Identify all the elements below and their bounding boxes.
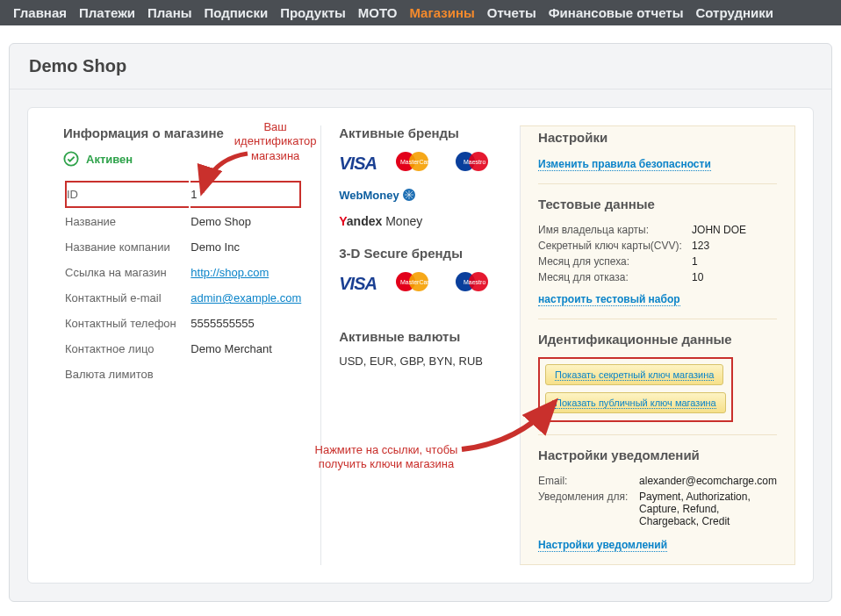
settings-heading: Настройки — [538, 130, 777, 145]
notif-email-k: Email: — [538, 475, 639, 487]
svg-text:MasterCard: MasterCard — [400, 159, 433, 165]
svg-text:MasterCard: MasterCard — [400, 279, 433, 285]
id-label: ID — [65, 181, 189, 208]
phone-label: Контактный телефон — [65, 312, 189, 335]
cvv-k: Секретный ключ карты(CVV): — [538, 240, 692, 252]
testdata-heading: Тестовые данные — [538, 197, 777, 211]
notif-for-k: Уведомления для: — [538, 491, 639, 527]
nav-platezhi[interactable]: Платежи — [75, 2, 140, 24]
owner-v: JOHN DOE — [692, 224, 746, 236]
notif-heading: Настройки уведомлений — [538, 448, 777, 462]
notif-settings-link[interactable]: Настройки уведомлений — [538, 539, 667, 552]
security-settings-link[interactable]: Изменить правила безопасности — [538, 158, 711, 171]
nav-magaziny[interactable]: Магазины — [405, 2, 478, 24]
creds-heading: Идентификационные данные — [538, 332, 777, 347]
shop-email-link[interactable]: admin@example.com — [190, 291, 301, 304]
active-currencies-heading: Активные валюты — [339, 329, 502, 344]
visa-logo: VISA — [339, 154, 377, 174]
mastercard-3d-logo: MasterCard — [392, 271, 436, 296]
nav-moto[interactable]: МОТО — [354, 2, 402, 24]
name-label: Название — [65, 210, 189, 233]
visa-3d-logo: VISA — [339, 274, 377, 294]
svg-text:Maestro: Maestro — [464, 279, 485, 285]
svg-point-0 — [64, 152, 77, 165]
show-public-key-button[interactable]: Показать публичный ключ магазина — [545, 392, 726, 413]
company-label: Название компании — [65, 235, 189, 259]
notif-for-v: Payment, Authorization, Capture, Refund,… — [639, 491, 777, 527]
cvv-v: 123 — [692, 240, 709, 252]
shop-url-link[interactable]: http://shop.com — [190, 266, 269, 279]
contact-value: Demo Merchant — [190, 337, 301, 361]
nav-fin-otchety[interactable]: Финансовые отчеты — [544, 2, 688, 24]
mastercard-logo: MasterCard — [392, 151, 436, 175]
nav-plany[interactable]: Планы — [143, 2, 197, 24]
maestro-3d-logo: Maestro — [452, 271, 496, 296]
success-k: Месяц для успеха: — [538, 255, 692, 268]
maestro-logo: Maestro — [452, 151, 496, 175]
phone-value: 5555555555 — [190, 312, 301, 335]
limit-currency-label: Валюта лимитов — [65, 362, 189, 386]
email-label: Контактный e-mail — [65, 286, 189, 310]
contact-label: Контактное лицо — [65, 337, 189, 361]
nav-sotrudniki[interactable]: Сотрудники — [691, 2, 777, 24]
active-brands-heading: Активные бренды — [339, 125, 502, 140]
svg-text:Maestro: Maestro — [464, 159, 485, 165]
shop-status: Активен — [86, 153, 133, 166]
nav-glavnaya[interactable]: Главная — [9, 2, 71, 24]
notif-email-v: alexander@ecomcharge.com — [639, 475, 777, 487]
nav-produkty[interactable]: Продукты — [276, 2, 350, 24]
page-title: Demo Shop — [29, 56, 812, 76]
threed-brands-heading: 3-D Secure бренды — [339, 246, 502, 261]
annotation-id-hint: Ваш идентификатор магазина — [230, 120, 320, 163]
owner-k: Имя владельца карты: — [538, 224, 692, 236]
show-secret-key-button[interactable]: Показать секретный ключ магазина — [545, 364, 723, 385]
name-value: Demo Shop — [190, 210, 301, 233]
top-nav: Главная Платежи Планы Подписки Продукты … — [0, 0, 841, 25]
nav-otchety[interactable]: Отчеты — [483, 2, 541, 24]
url-label: Ссылка на магазин — [65, 261, 189, 284]
check-circle-icon — [63, 151, 79, 167]
annotation-keys-hint: Нажмите на ссылки, чтобы получить ключи … — [312, 443, 461, 472]
configure-testset-link[interactable]: настроить тестовый набор — [538, 293, 680, 306]
fail-v: 10 — [692, 271, 703, 283]
webmoney-logo: WebMoney — [339, 188, 416, 202]
nav-podpiski[interactable]: Подписки — [200, 2, 273, 24]
fail-k: Месяц для отказа: — [538, 271, 692, 283]
active-currencies-value: USD, EUR, GBP, BYN, RUB — [339, 355, 502, 368]
yandex-money-logo: Yandex Money — [339, 214, 422, 228]
id-value: 1 — [190, 181, 301, 208]
company-value: Demo Inc — [190, 235, 301, 259]
success-v: 1 — [692, 255, 698, 268]
